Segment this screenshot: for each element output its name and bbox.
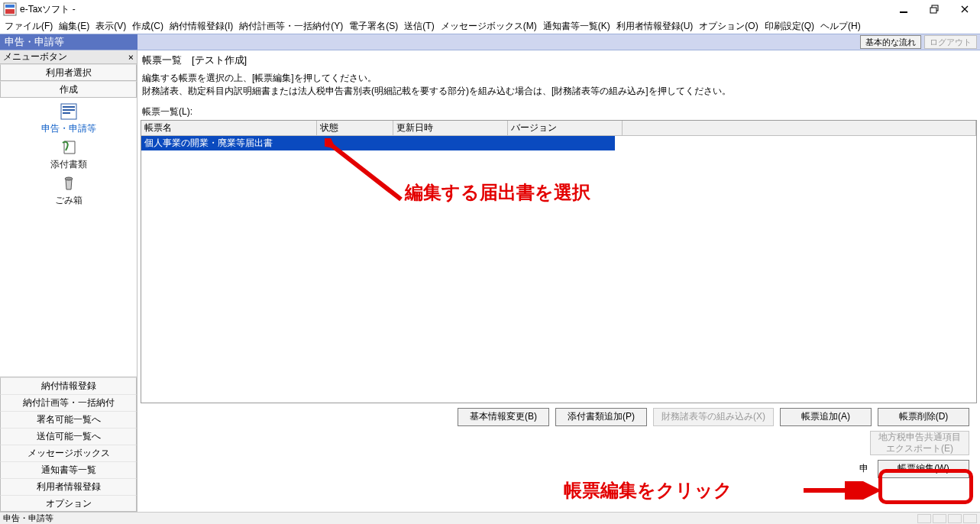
nav-icon-attach-label: 添付書類: [50, 158, 87, 171]
menu-help[interactable]: ヘルプ(H): [820, 20, 861, 33]
btn-edit-form[interactable]: 帳票編集(W): [878, 460, 969, 478]
app-title: e-Taxソフト -: [20, 3, 76, 16]
statusbar: 申告・申請等: [0, 512, 980, 524]
form-list-label: 帳票一覧(L):: [141, 102, 977, 120]
nav-btn-payment-plan[interactable]: 納付計画等・一括納付: [0, 394, 137, 411]
nav-collapse-button[interactable]: ×: [128, 52, 134, 63]
nav-content: 申告・申請等 添付書類 ごみ箱: [0, 98, 137, 377]
table-body[interactable]: 個人事業の開業・廃業等届出書: [141, 135, 976, 403]
status-box-2: [933, 514, 946, 523]
btn-add-form[interactable]: 帳票追加(A): [780, 408, 872, 426]
menubar: ファイル(F) 編集(E) 表示(V) 作成(C) 納付情報登録(I) 納付計画…: [0, 18, 980, 34]
nav-btn-option[interactable]: オプション: [0, 495, 137, 512]
menu-sign[interactable]: 電子署名(S): [349, 20, 398, 33]
status-box-3: [948, 514, 962, 523]
nav-icon-attach[interactable]: 添付書類: [50, 138, 87, 171]
nav-icon-trash[interactable]: ごみ箱: [55, 174, 82, 207]
col-spacer: [623, 121, 976, 135]
content: 帳票一覧 [テスト作成] 編集する帳票を選択の上、[帳票編集]を押してください。…: [137, 50, 980, 512]
trash-icon: [58, 174, 79, 192]
window-restore-button[interactable]: [919, 1, 949, 18]
basic-flow-button[interactable]: 基本的な流れ: [860, 35, 921, 49]
col-name[interactable]: 帳票名: [141, 121, 317, 135]
status-box-1: [917, 514, 931, 523]
status-box-4: [963, 514, 977, 523]
cell-state: [317, 136, 393, 150]
button-rows: 基本情報変更(B) 添付書類追加(P) 財務諸表等の組み込み(X) 帳票追加(A…: [141, 403, 977, 486]
nav-btn-send-list[interactable]: 送信可能一覧へ: [0, 428, 137, 445]
btn-del-form[interactable]: 帳票削除(D): [878, 408, 969, 426]
content-instructions: 編集する帳票を選択の上、[帳票編集]を押してください。 財務諸表、勘定科目内訳明…: [141, 72, 977, 102]
menu-create[interactable]: 作成(C): [132, 20, 163, 33]
svg-rect-7: [63, 112, 70, 114]
btn-import-fs: 財務諸表等の組み込み(X): [653, 408, 774, 426]
nav-icon-declaration-label: 申告・申請等: [41, 122, 96, 135]
menu-send[interactable]: 送信(T): [404, 20, 434, 33]
menu-msgbox[interactable]: メッセージボックス(M): [441, 20, 537, 33]
content-title: 帳票一覧 [テスト作成]: [141, 52, 977, 72]
cell-name: 個人事業の開業・廃業等届出書: [141, 136, 317, 150]
nav-icon-trash-label: ごみ箱: [55, 194, 82, 207]
menu-payment[interactable]: 納付情報登録(I): [170, 20, 233, 33]
btn-basic-info[interactable]: 基本情報変更(B): [458, 408, 549, 426]
nav-pane: メニューボタン × 利用者選択 作成 申告・申請等 添付書類: [0, 50, 137, 512]
nav-btn-sign-list[interactable]: 署名可能一覧へ: [0, 411, 137, 428]
svg-rect-3: [930, 8, 936, 13]
menu-notice[interactable]: 通知書等一覧(K): [543, 20, 610, 33]
nav-header: メニューボタン ×: [0, 50, 137, 64]
cell-version: [508, 136, 623, 150]
menu-file[interactable]: ファイル(F): [5, 20, 53, 33]
clip-icon: [58, 138, 79, 157]
menu-edit[interactable]: 編集(E): [59, 20, 89, 33]
status-text: 申告・申請等: [3, 513, 53, 524]
btn-add-attach[interactable]: 添付書類追加(P): [555, 408, 647, 426]
nav-btn-msgbox[interactable]: メッセージボックス: [0, 445, 137, 461]
app-icon: [3, 2, 17, 16]
btn-export-local: 地方税申告共通項目 エクスポート(E): [870, 431, 969, 455]
nav-header-label: メニューボタン: [3, 50, 67, 63]
col-state[interactable]: 状態: [317, 121, 393, 135]
row3-prefix: 申: [859, 462, 868, 475]
nav-bottom-stack: 納付情報登録 納付計画等・一括納付 署名可能一覧へ 送信可能一覧へ メッセージボ…: [0, 377, 137, 512]
nav-btn-create[interactable]: 作成: [0, 81, 137, 98]
ribbon-title: 申告・申請等: [0, 34, 137, 50]
instr-line-1: 編集する帳票を選択の上、[帳票編集]を押してください。: [142, 72, 975, 85]
menu-payplan[interactable]: 納付計画等・一括納付(Y): [239, 20, 343, 33]
svg-rect-6: [63, 109, 75, 111]
nav-btn-payment-reg[interactable]: 納付情報登録: [0, 377, 137, 394]
logout-button[interactable]: ログアウト: [924, 35, 977, 49]
instr-line-2: 財務諸表、勘定科目内訳明細書または法人税申告書別表(明細記載を要する部分)を組み…: [142, 85, 975, 98]
menu-view[interactable]: 表示(V): [95, 20, 126, 33]
form-table: 帳票名 状態 更新日時 バージョン 個人事業の開業・廃業等届出書: [141, 120, 977, 403]
nav-btn-notice[interactable]: 通知書等一覧: [0, 461, 137, 478]
menu-print[interactable]: 印刷設定(Q): [765, 20, 814, 33]
window-minimize-button[interactable]: [888, 1, 919, 18]
menu-userreg[interactable]: 利用者情報登録(U): [616, 20, 694, 33]
col-updated[interactable]: 更新日時: [393, 121, 508, 135]
form-icon: [58, 102, 79, 121]
menu-option[interactable]: オプション(O): [699, 20, 758, 33]
window-close-button[interactable]: [949, 1, 980, 18]
col-version[interactable]: バージョン: [508, 121, 623, 135]
cell-updated: [393, 136, 508, 150]
titlebar: e-Taxソフト -: [0, 0, 980, 18]
nav-btn-userreg[interactable]: 利用者情報登録: [0, 478, 137, 495]
table-header: 帳票名 状態 更新日時 バージョン: [141, 121, 976, 135]
nav-btn-user-select[interactable]: 利用者選択: [0, 64, 137, 81]
nav-icon-declaration[interactable]: 申告・申請等: [41, 102, 96, 135]
svg-rect-1: [900, 11, 907, 13]
ribbon: 申告・申請等 基本的な流れ ログアウト: [0, 34, 980, 50]
table-row[interactable]: 個人事業の開業・廃業等届出書: [141, 136, 615, 150]
svg-point-8: [65, 177, 73, 180]
main: メニューボタン × 利用者選択 作成 申告・申請等 添付書類: [0, 50, 980, 512]
svg-rect-5: [63, 106, 75, 108]
